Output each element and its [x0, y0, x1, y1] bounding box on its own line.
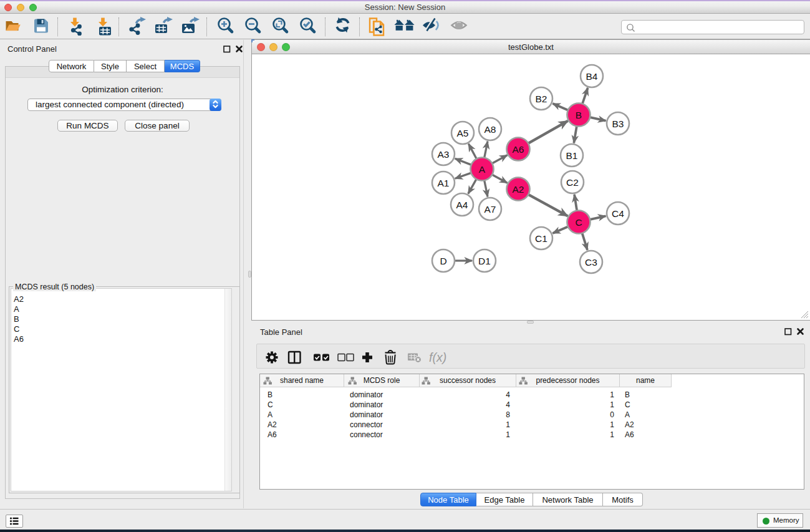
svg-text:C2: C2 — [566, 177, 579, 188]
svg-text:C: C — [575, 217, 582, 228]
svg-text:B: B — [576, 110, 582, 120]
svg-text:C1: C1 — [535, 233, 547, 244]
svg-text:B4: B4 — [586, 71, 598, 82]
svg-text:A3: A3 — [438, 149, 450, 160]
svg-text:C3: C3 — [585, 257, 597, 268]
svg-text:C4: C4 — [612, 208, 624, 219]
svg-text:B2: B2 — [536, 94, 547, 104]
svg-text:A4: A4 — [456, 200, 468, 210]
svg-text:B1: B1 — [566, 150, 578, 161]
svg-text:D1: D1 — [478, 256, 491, 266]
svg-text:f(x): f(x) — [429, 351, 446, 364]
svg-text:B3: B3 — [612, 118, 624, 129]
svg-text:A: A — [479, 164, 486, 175]
svg-text:A6: A6 — [513, 144, 524, 155]
svg-text:A5: A5 — [457, 128, 469, 138]
svg-text:A1: A1 — [438, 178, 450, 188]
svg-text:A8: A8 — [485, 124, 496, 135]
svg-text:A2: A2 — [513, 184, 524, 195]
svg-text:D: D — [440, 256, 446, 266]
svg-text:A7: A7 — [485, 204, 496, 215]
